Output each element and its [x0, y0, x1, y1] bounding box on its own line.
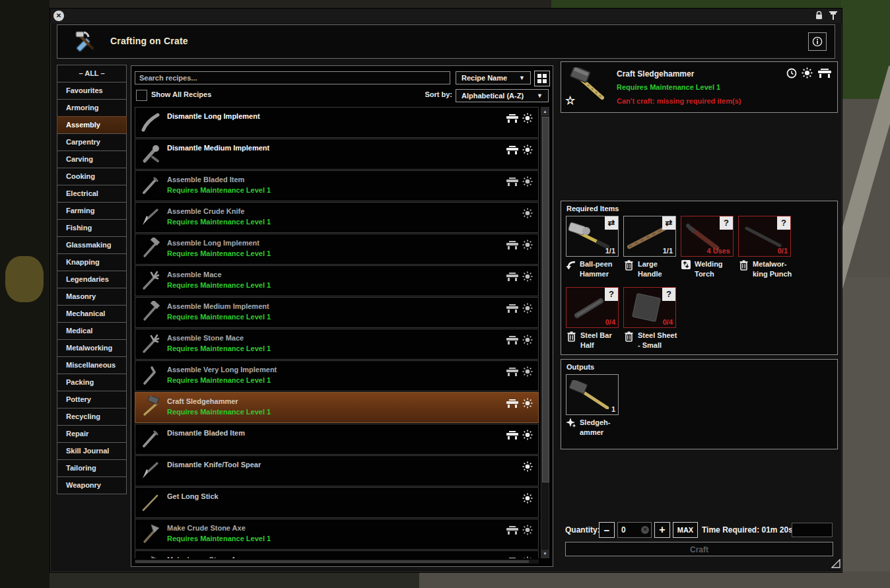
daylight-icon: [802, 67, 813, 81]
max-button[interactable]: MAX: [673, 522, 698, 538]
item-label: Steel BarHalf: [566, 331, 623, 350]
daylight-icon: [522, 335, 533, 348]
vertical-scrollbar[interactable]: ▲ ▼: [541, 107, 549, 558]
craft-button[interactable]: Craft: [565, 542, 833, 556]
sidebar-item-knapping[interactable]: Knapping: [57, 253, 127, 271]
swap-arrows-icon: ⇄: [605, 216, 618, 230]
scroll-down-button[interactable]: ▼: [541, 550, 549, 558]
recipe-row-dismantle-medium-implement[interactable]: Dismantle Medium Implement: [135, 139, 539, 170]
quantity-plus-button[interactable]: +: [654, 522, 670, 538]
sidebar-item-electrical[interactable]: Electrical: [57, 185, 127, 203]
recipe-name: Assemble Stone Mace: [167, 334, 244, 342]
sidebar-item-tailoring[interactable]: Tailoring: [57, 459, 127, 477]
quantity-input[interactable]: 0 ✕: [617, 522, 652, 538]
recipe-row-get-long-stick[interactable]: Get Long Stick: [135, 487, 539, 518]
stick-icon: [139, 491, 162, 513]
close-button[interactable]: ✕: [53, 11, 64, 21]
item-slot[interactable]: ?4 Uses: [681, 216, 734, 257]
scrollbar-thumb[interactable]: [542, 117, 549, 482]
recipe-row-assemble-bladed-item[interactable]: Assemble Bladed ItemRequires Maintenance…: [135, 170, 539, 201]
sidebar-item-legendaries[interactable]: Legendaries: [57, 271, 127, 288]
workbench-icon: [817, 68, 832, 81]
recipe-row-assemble-very-long-implement[interactable]: Assemble Very Long ImplementRequires Mai…: [135, 360, 539, 391]
filter-dropdown[interactable]: Recipe Name ▼: [456, 71, 531, 84]
recipe-row-dismantle-bladed-item[interactable]: Dismantle Bladed Item: [135, 424, 539, 455]
daylight-icon: [522, 145, 533, 158]
recipe-row-craft-sledgehammer[interactable]: Craft SledgehammerRequires Maintenance L…: [135, 392, 539, 423]
quantity-minus-button[interactable]: −: [599, 522, 615, 538]
sidebar-item-recycling[interactable]: Recycling: [57, 408, 127, 426]
blade-icon: [139, 428, 162, 450]
item-slot[interactable]: ?0/1: [738, 216, 791, 257]
sidebar-item-favourites[interactable]: Favourites: [57, 82, 127, 100]
sidebar-item-weaponry[interactable]: Weaponry: [57, 476, 127, 494]
recipe-row-assemble-long-implement[interactable]: Assemble Long ImplementRequires Maintena…: [135, 234, 539, 265]
recipe-row-make-crude-stone-axe[interactable]: Make Crude Stone AxeRequires Maintenance…: [135, 519, 539, 550]
daylight-icon: [522, 240, 533, 253]
recipe-row-icons: [506, 398, 533, 411]
hammer-icon: [139, 238, 162, 260]
recipe-row-dismantle-long-implement[interactable]: Dismantle Long Implement: [135, 107, 539, 138]
sidebar-item-carpentry[interactable]: Carpentry: [57, 133, 127, 151]
sidebar-item-carving[interactable]: Carving: [57, 150, 127, 168]
workbench-icon: [506, 367, 519, 379]
item-slot[interactable]: ?0/4: [566, 287, 619, 328]
blade-icon: [139, 174, 162, 197]
scrollbar-thumb[interactable]: [135, 560, 529, 563]
sidebar-item-all[interactable]: – ALL –: [57, 65, 127, 82]
sort-dropdown[interactable]: Alphabetical (A-Z) ▼: [456, 89, 549, 102]
recipe-row-assemble-crude-knife[interactable]: Assemble Crude KnifeRequires Maintenance…: [135, 202, 539, 233]
search-input[interactable]: [135, 71, 450, 84]
favourite-star-icon[interactable]: ☆: [565, 94, 575, 108]
recipe-row-icons: [506, 303, 533, 316]
sidebar-item-repair[interactable]: Repair: [57, 425, 127, 443]
scroll-up-button[interactable]: ▲: [541, 108, 549, 115]
sidebar-item-packing[interactable]: Packing: [57, 374, 127, 391]
sidebar-item-skill-journal[interactable]: Skill Journal: [57, 442, 127, 460]
recipe-row-dismantle-knife-tool-spear[interactable]: Dismantle Knife/Tool Spear: [135, 455, 539, 486]
sidebar-item-medical[interactable]: Medical: [57, 322, 127, 340]
show-all-recipes-checkbox[interactable]: [136, 90, 147, 101]
show-all-recipes-label: Show All Recipes: [151, 90, 211, 98]
sidebar-item-pottery[interactable]: Pottery: [57, 391, 127, 408]
sidebar-item-masonry[interactable]: Masonry: [57, 288, 127, 306]
sidebar-item-armoring[interactable]: Armoring: [57, 99, 127, 117]
recipe-row-assemble-mace[interactable]: Assemble MaceRequires Maintenance Level …: [135, 265, 539, 296]
resize-handle-icon[interactable]: [831, 559, 840, 571]
grid-view-button[interactable]: [534, 71, 550, 86]
item-slot[interactable]: ⇄1/1: [566, 216, 619, 257]
recipe-row-assemble-stone-mace[interactable]: Assemble Stone MaceRequires Maintenance …: [135, 329, 539, 360]
item-slot[interactable]: ⇄1/1: [623, 216, 676, 257]
daylight-icon: [522, 493, 533, 506]
trash-icon: [623, 259, 634, 279]
sidebar-item-miscellaneous[interactable]: Miscellaneous: [57, 356, 127, 374]
sidebar-item-fishing[interactable]: Fishing: [57, 219, 127, 237]
outputs-section: Outputs 1Sledgeh-ammer: [561, 359, 838, 449]
hook-icon: [139, 364, 162, 387]
item-label: Ball-peenHammer: [566, 259, 623, 279]
sidebar-item-farming[interactable]: Farming: [57, 202, 127, 220]
sidebar-item-cooking[interactable]: Cooking: [57, 168, 127, 185]
sidebar-item-metalworking[interactable]: Metalworking: [57, 339, 127, 357]
item-slot[interactable]: ?0/4: [623, 287, 676, 328]
clock-icon: [786, 68, 797, 81]
recipe-row-assemble-medium-implement[interactable]: Assemble Medium ImplementRequires Mainte…: [135, 297, 539, 328]
recipe-list: Dismantle Long ImplementDismantle Medium…: [135, 107, 539, 558]
required-item-steel-sheet-small: ?0/4Steel Sheet- Small: [623, 287, 680, 350]
recipe-panel: Recipe Name ▼ Show All Recipes Sort by: …: [131, 65, 553, 567]
recipe-row-icons: [506, 271, 533, 284]
clear-icon[interactable]: ✕: [641, 526, 649, 534]
recipe-requirement: Requires Maintenance Level 1: [167, 344, 271, 352]
sidebar-item-mechanical[interactable]: Mechanical: [57, 305, 127, 323]
item-name: Steel BarHalf: [580, 331, 612, 350]
horizontal-scrollbar[interactable]: [135, 560, 539, 564]
item-slot[interactable]: 1: [566, 374, 619, 415]
sidebar-item-glassmaking[interactable]: Glassmaking: [57, 236, 127, 254]
sidebar-item-assembly[interactable]: Assembly: [57, 116, 127, 134]
workbench-icon: [506, 145, 519, 158]
daylight-icon: [522, 525, 533, 538]
item-name: Sledgeh-ammer: [580, 418, 610, 438]
category-sidebar: – ALL –FavouritesArmoringAssemblyCarpent…: [57, 65, 127, 494]
recipe-row-icons: [506, 366, 533, 379]
recipe-row-make-large-stone-axe[interactable]: Make Large Stone AxeRequires Maintenance…: [135, 550, 539, 558]
